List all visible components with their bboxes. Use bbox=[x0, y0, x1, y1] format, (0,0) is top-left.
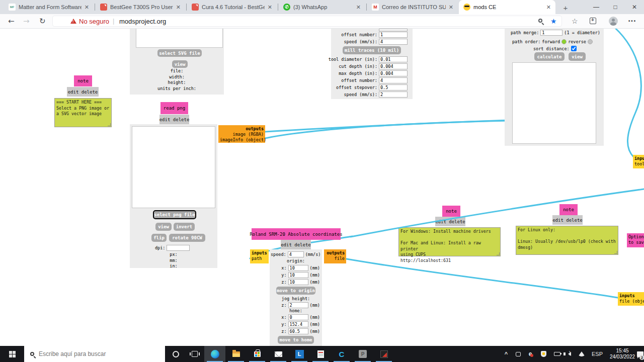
window-close-button[interactable]: ✕ bbox=[625, 0, 644, 14]
roland-origin-z-input[interactable] bbox=[288, 279, 308, 285]
note-linux-resize-handle[interactable] bbox=[614, 251, 617, 254]
zoom-search-icon[interactable] bbox=[538, 19, 542, 23]
mill-clipped-input[interactable] bbox=[379, 29, 408, 31]
mill-speed-input[interactable] bbox=[379, 39, 408, 45]
reload-icon[interactable]: ↻ bbox=[39, 17, 46, 26]
new-tab-button[interactable]: + bbox=[559, 2, 572, 13]
tab-close-icon[interactable]: ✕ bbox=[449, 4, 453, 11]
tray-clock[interactable]: 15:45 24/03/2022 bbox=[607, 346, 637, 362]
window-maximize-button[interactable]: □ bbox=[606, 0, 625, 14]
toolpath-inputs-tag[interactable]: inputool bbox=[633, 155, 644, 168]
png-outputs-tag[interactable]: outputsimage (RGBA)imageInfo (object) bbox=[218, 125, 265, 143]
read-png-edit-delete[interactable]: edit delete bbox=[159, 115, 189, 124]
roland-origin-x-input[interactable] bbox=[288, 265, 308, 271]
profile-avatar[interactable] bbox=[609, 17, 618, 26]
note-linux-title[interactable]: note bbox=[559, 204, 578, 215]
mill-traces-button[interactable]: mill traces (10 mil) bbox=[343, 46, 401, 54]
mill-tool-diameter-input[interactable] bbox=[379, 56, 408, 62]
tray-battery-icon[interactable] bbox=[550, 346, 564, 362]
tab-cura-tutorial[interactable]: Cura 4.6 Tutorial - BestGee T ✕ bbox=[187, 0, 277, 14]
more-menu-icon[interactable]: ··· bbox=[628, 17, 636, 25]
tab-matter-and-form[interactable]: MF Matter and Form Software D ✕ bbox=[4, 0, 94, 14]
tray-wifi-icon[interactable] bbox=[576, 346, 588, 362]
select-png-file-button[interactable]: select png file bbox=[153, 210, 196, 219]
reverse-radio[interactable] bbox=[588, 39, 593, 44]
roland-inputs-tag[interactable]: inputspath bbox=[250, 249, 269, 263]
path-merge-input[interactable] bbox=[540, 30, 562, 36]
favorites-bar-icon[interactable]: ☆ bbox=[572, 17, 578, 25]
tab-close-icon[interactable]: ✕ bbox=[546, 4, 551, 11]
mill-stepover-input[interactable] bbox=[379, 84, 408, 90]
note-linux-edit-delete[interactable]: edit delete bbox=[552, 215, 583, 225]
calculate-button[interactable]: calculate bbox=[534, 52, 565, 61]
roland-jog-z-input[interactable] bbox=[288, 302, 308, 308]
forward-radio[interactable] bbox=[561, 39, 567, 44]
dpi-input[interactable] bbox=[167, 245, 190, 251]
taskbar-edge[interactable] bbox=[204, 346, 225, 362]
option-save-title[interactable]: Optionto sav bbox=[627, 233, 644, 247]
png-output-image[interactable]: image (RGBA) bbox=[233, 132, 264, 137]
task-view-button[interactable] bbox=[185, 346, 204, 362]
png-rotate-button[interactable]: rotate 90CW bbox=[169, 234, 205, 242]
window-minimize-button[interactable]: — bbox=[587, 0, 606, 14]
mill-cut-depth-input[interactable] bbox=[379, 63, 408, 69]
move-to-home-button[interactable]: move to home bbox=[278, 336, 314, 344]
png-output-imageinfo[interactable]: imageInfo (object) bbox=[220, 137, 266, 142]
roland-outputs-tag[interactable]: outputsfile bbox=[324, 249, 346, 263]
select-svg-file-button[interactable]: select SVG file bbox=[157, 49, 202, 57]
tab-close-icon[interactable]: ✕ bbox=[356, 4, 361, 11]
mill-speed2-input[interactable] bbox=[379, 92, 408, 98]
tab-close-icon[interactable]: ✕ bbox=[268, 4, 272, 11]
action-center-button[interactable]: 2 bbox=[636, 346, 644, 362]
read-png-title[interactable]: read png bbox=[160, 102, 188, 114]
tab-bestgee-manual[interactable]: BestGee T300S Pro User Ma ✕ bbox=[96, 0, 185, 14]
roland-home-z-input[interactable] bbox=[288, 328, 308, 334]
collections-icon[interactable] bbox=[590, 18, 596, 24]
note-windows-resize-handle[interactable] bbox=[497, 252, 500, 255]
roland-speed-input[interactable] bbox=[288, 251, 304, 257]
tab-whatsapp[interactable]: ✆ (3) WhatsApp ✕ bbox=[279, 0, 365, 14]
mill-offset-number2-input[interactable] bbox=[379, 77, 408, 83]
forward-icon[interactable]: → bbox=[23, 17, 30, 26]
note-windows-text[interactable]: For Windows: Install machine drivers For… bbox=[398, 227, 501, 256]
taskbar-store[interactable] bbox=[247, 346, 268, 362]
note-windows-edit-delete[interactable]: edit delete bbox=[435, 217, 465, 226]
tray-volume-icon[interactable] bbox=[564, 346, 576, 362]
png-invert-button[interactable]: invert bbox=[174, 223, 195, 231]
file-inputs-tag[interactable]: inputsfile (obje bbox=[618, 292, 644, 306]
taskbar-mail[interactable] bbox=[268, 346, 289, 362]
roland-edit-delete[interactable]: edit delete bbox=[281, 240, 311, 249]
tray-security-shield-icon[interactable] bbox=[537, 346, 549, 362]
note-linux-text[interactable]: For Linux only: Linux: Usually /dev/usb/… bbox=[516, 226, 618, 255]
taskbar-search-box[interactable] bbox=[24, 346, 165, 362]
taskbar-3d-app[interactable] bbox=[373, 346, 394, 362]
roland-home-x-input[interactable] bbox=[288, 314, 308, 320]
png-flip-button[interactable]: flip bbox=[151, 234, 167, 242]
back-icon[interactable]: ← bbox=[8, 17, 15, 26]
taskbar-file-explorer[interactable] bbox=[225, 346, 247, 362]
taskbar-search-input[interactable] bbox=[39, 350, 149, 357]
tab-gmail[interactable]: M Correo de INSTITUTO SUPER ✕ bbox=[367, 0, 458, 14]
url-text[interactable]: modsproject.org bbox=[119, 18, 166, 25]
tray-e-app-icon[interactable]: e bbox=[524, 346, 536, 362]
cortana-button[interactable] bbox=[166, 346, 185, 362]
path-view-button[interactable]: view bbox=[569, 52, 586, 61]
tray-language-indicator[interactable]: ESP bbox=[589, 346, 606, 362]
favorite-star-icon[interactable]: ★ bbox=[550, 17, 557, 25]
taskbar-cura[interactable]: C bbox=[331, 346, 352, 362]
mill-max-depth-input[interactable] bbox=[379, 70, 408, 76]
note-start-title[interactable]: note bbox=[74, 75, 92, 86]
mill-offset-number-input[interactable] bbox=[379, 32, 408, 38]
tab-mods-ce-active[interactable]: mods CE ✕ bbox=[459, 0, 555, 14]
svg-view-button[interactable]: view bbox=[172, 60, 188, 68]
tab-close-icon[interactable]: ✕ bbox=[176, 4, 181, 11]
tray-box-icon[interactable] bbox=[512, 346, 524, 362]
note-start-text[interactable]: === START HERE === Select a PNG image or… bbox=[54, 98, 112, 127]
taskbar-document-app[interactable] bbox=[310, 346, 331, 362]
taskbar-p-app[interactable]: P bbox=[352, 346, 373, 362]
not-secure-label[interactable]: No seguro bbox=[79, 18, 109, 25]
note-start-resize-handle[interactable] bbox=[108, 123, 111, 126]
roland-home-y-input[interactable] bbox=[288, 321, 308, 327]
note-start-edit-delete[interactable]: edit delete bbox=[67, 87, 99, 97]
taskbar-l-app[interactable]: L bbox=[289, 346, 310, 362]
